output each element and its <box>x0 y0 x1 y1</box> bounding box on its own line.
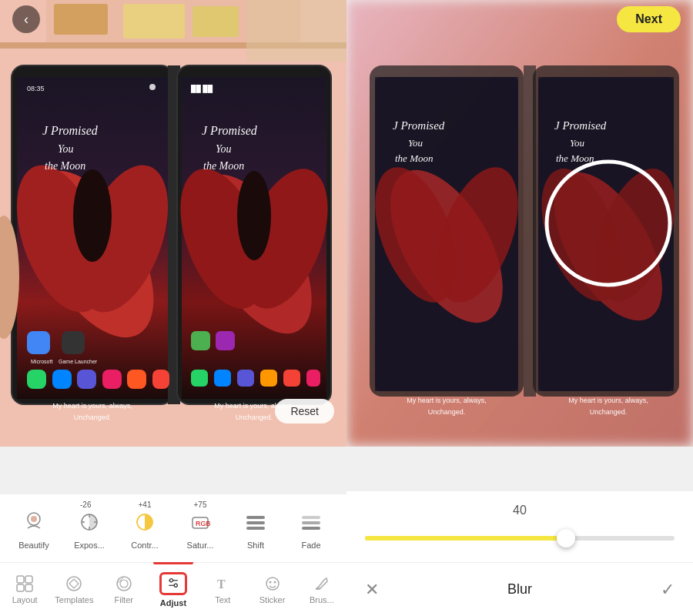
svg-rect-47 <box>260 370 277 387</box>
saturation-tool[interactable]: +75 RGB Satur... <box>172 504 228 553</box>
nav-item-layout[interactable]: Layout <box>0 563 49 617</box>
svg-point-111 <box>316 587 320 590</box>
nav-item-brush[interactable]: Brus... <box>297 563 346 617</box>
svg-rect-99 <box>25 584 32 591</box>
nav-brush-label: Brus... <box>310 595 334 604</box>
slider-container[interactable] <box>365 527 675 550</box>
nav-adjust-label: Adjust <box>160 598 186 608</box>
svg-rect-42 <box>191 331 210 350</box>
svg-rect-29 <box>127 370 146 389</box>
svg-rect-48 <box>283 370 300 387</box>
shift-label: Shift <box>247 541 264 550</box>
right-panel: J Promised You the Moon J Promised You t… <box>346 0 693 447</box>
blur-footer: ✕ Blur ✓ <box>346 562 693 616</box>
fade-tool[interactable]: Fade <box>283 504 339 553</box>
nav-text-label: Text <box>215 595 230 604</box>
svg-text:the Moon: the Moon <box>395 152 433 164</box>
nav-item-filter[interactable]: Filter <box>99 563 149 617</box>
back-button[interactable]: ‹ <box>12 5 40 33</box>
adjust-toolbar: Beautify -26 Expos... +41 <box>0 494 346 562</box>
layout-icon <box>16 575 33 592</box>
svg-text:J Promised: J Promised <box>393 119 445 132</box>
main-content: 08:35 J Promised You the Moon Microsoft … <box>0 0 693 447</box>
slider-track <box>365 536 675 541</box>
filter-icon <box>116 575 132 592</box>
slider-thumb[interactable] <box>557 529 575 547</box>
svg-text:You: You <box>216 143 232 155</box>
svg-rect-26 <box>52 370 72 389</box>
adjust-icon <box>166 576 180 590</box>
svg-point-37 <box>237 171 271 260</box>
svg-rect-25 <box>27 370 46 389</box>
sticker-icon <box>264 575 281 592</box>
nav-item-adjust[interactable]: Adjust <box>149 563 198 617</box>
saturation-icon: RGB <box>188 510 213 534</box>
beautify-label: Beautify <box>18 541 49 550</box>
nav-item-templates[interactable]: Templates <box>49 563 99 617</box>
nav-item-sticker[interactable]: Sticker <box>247 563 296 617</box>
svg-text:My heart is yours, always,: My heart is yours, always, <box>407 397 487 404</box>
svg-text:You: You <box>570 137 585 149</box>
contrast-icon <box>132 510 157 534</box>
svg-rect-44 <box>191 370 208 387</box>
right-adjust-panel: 40 ✕ Blur ✓ <box>346 491 693 616</box>
bottom-nav: Layout Templates Filter <box>0 562 346 616</box>
blur-title: Blur <box>507 581 532 598</box>
left-panel: 08:35 J Promised You the Moon Microsoft … <box>0 0 346 447</box>
text-icon: T <box>214 575 231 592</box>
nav-item-text[interactable]: T Text <box>198 563 247 617</box>
back-icon: ‹ <box>24 12 28 28</box>
templates-icon <box>65 575 82 592</box>
svg-rect-43 <box>216 331 235 350</box>
svg-text:Microsoft: Microsoft <box>31 359 52 364</box>
svg-text:the Moon: the Moon <box>45 160 85 172</box>
svg-text:My heart is yours, always,: My heart is yours, always, <box>568 397 648 404</box>
svg-rect-90 <box>246 516 265 519</box>
shift-tool[interactable]: Shift <box>228 504 283 553</box>
exposure-badge: -26 <box>80 500 99 509</box>
svg-rect-27 <box>77 370 96 389</box>
reset-button[interactable]: Reset <box>275 399 334 424</box>
svg-rect-92 <box>246 527 265 530</box>
exposure-tool[interactable]: -26 Expos... <box>62 504 117 553</box>
svg-point-109 <box>269 581 271 583</box>
svg-rect-22 <box>62 331 85 354</box>
svg-text:T: T <box>217 578 226 591</box>
nav-layout-label: Layout <box>12 595 38 604</box>
svg-text:You: You <box>58 143 74 155</box>
beautify-tool[interactable]: Beautify <box>6 504 62 553</box>
fade-icon <box>299 510 323 534</box>
svg-rect-95 <box>302 527 320 530</box>
contrast-badge: +41 <box>139 500 152 509</box>
beautify-icon-area <box>18 507 49 537</box>
saturation-label: Satur... <box>187 541 214 550</box>
shift-icon <box>243 510 268 534</box>
contrast-icon-area: +41 <box>129 507 160 537</box>
contrast-tool[interactable]: +41 Contr... <box>117 504 172 553</box>
exposure-label: Expos... <box>74 541 105 550</box>
svg-rect-93 <box>302 516 320 519</box>
cancel-button[interactable]: ✕ <box>365 580 379 600</box>
svg-point-101 <box>117 577 131 591</box>
svg-point-17 <box>149 84 156 90</box>
adjust-icon-box <box>159 572 187 595</box>
blur-value: 40 <box>513 504 527 517</box>
fade-icon-area <box>296 507 326 537</box>
svg-text:██ ██: ██ ██ <box>191 84 213 93</box>
next-button[interactable]: Next <box>617 6 681 32</box>
svg-text:J Promised: J Promised <box>202 124 258 137</box>
svg-text:J Promised: J Promised <box>42 124 99 137</box>
saturation-badge: +75 <box>194 500 207 509</box>
active-border <box>153 562 193 564</box>
svg-text:the Moon: the Moon <box>556 152 594 164</box>
confirm-button[interactable]: ✓ <box>661 580 675 600</box>
brush-icon <box>313 575 330 592</box>
svg-rect-46 <box>237 370 254 387</box>
svg-rect-96 <box>17 576 24 583</box>
svg-point-106 <box>174 584 177 587</box>
svg-point-80 <box>31 516 37 522</box>
shift-icon-area <box>240 507 271 537</box>
svg-text:Unchanged.: Unchanged. <box>428 408 466 416</box>
svg-text:Game Launcher: Game Launcher <box>59 359 98 364</box>
svg-rect-94 <box>302 521 320 524</box>
